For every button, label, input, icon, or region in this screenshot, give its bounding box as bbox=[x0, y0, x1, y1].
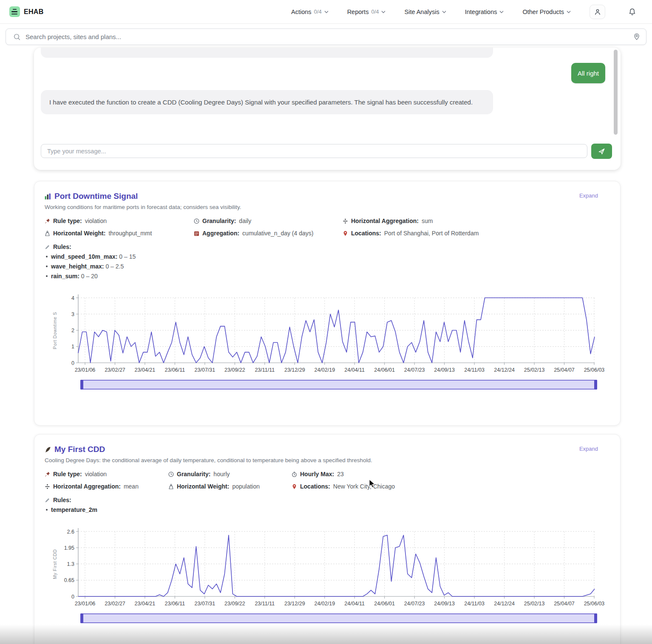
nav-reports-label: Reports bbox=[347, 8, 369, 15]
svg-text:24/09/13: 24/09/13 bbox=[434, 367, 455, 373]
svg-text:25/02/13: 25/02/13 bbox=[524, 367, 545, 373]
svg-text:23/06/11: 23/06/11 bbox=[165, 601, 185, 607]
send-icon bbox=[598, 148, 605, 155]
svg-text:0: 0 bbox=[71, 360, 74, 366]
chat-scrollbar[interactable] bbox=[614, 50, 618, 135]
svg-text:23/01/06: 23/01/06 bbox=[75, 367, 96, 373]
svg-text:23/02/27: 23/02/27 bbox=[105, 601, 125, 607]
rules-header: Rules: bbox=[45, 243, 609, 250]
chart-range-brush[interactable] bbox=[80, 380, 597, 390]
feather-icon bbox=[45, 446, 51, 453]
pencil-icon bbox=[45, 244, 50, 250]
chevron-down-icon bbox=[499, 11, 504, 13]
rule-item: rain_sum: 0 – 20 bbox=[46, 273, 609, 280]
chat-message-input[interactable] bbox=[41, 144, 587, 158]
meta-horizontal-aggregation: Horizontal Aggregation: sum bbox=[343, 217, 609, 224]
signal-card-my-first-cdd: My First CDD Expand Cooling Degree Days:… bbox=[34, 434, 621, 644]
brush-handle-left[interactable] bbox=[80, 380, 83, 390]
brand-name: EHAB bbox=[24, 8, 44, 16]
meta-horizontal-weight: Horizontal Weight: population bbox=[168, 483, 292, 490]
location-filter-button[interactable] bbox=[633, 33, 640, 40]
meta-horizontal-weight: Horizontal Weight: throughput_mmt bbox=[45, 230, 194, 237]
chart-range-brush[interactable] bbox=[80, 613, 597, 623]
chevron-down-icon bbox=[324, 11, 329, 13]
chevron-down-icon bbox=[381, 11, 386, 13]
svg-text:25/02/13: 25/02/13 bbox=[524, 601, 545, 607]
rule-item: wave_height_max: 0 – 2.5 bbox=[46, 263, 609, 270]
svg-text:24/11/03: 24/11/03 bbox=[464, 601, 485, 607]
nav-integrations[interactable]: Integrations bbox=[465, 8, 504, 15]
my-first-cdd-chart: 23/01/0623/02/2723/04/2123/06/1123/07/31… bbox=[51, 518, 609, 611]
card-meta: Rule type: violation Granularity: hourly… bbox=[45, 471, 609, 490]
svg-text:23/07/31: 23/07/31 bbox=[195, 367, 215, 373]
nav-actions[interactable]: Actions 0/4 bbox=[291, 8, 329, 15]
nav-integrations-label: Integrations bbox=[465, 8, 497, 15]
account-button[interactable] bbox=[590, 5, 605, 19]
meta-granularity: Granularity: hourly bbox=[168, 471, 292, 477]
nav-actions-label: Actions bbox=[291, 8, 312, 15]
svg-text:2: 2 bbox=[71, 328, 74, 333]
svg-text:1.3: 1.3 bbox=[67, 561, 74, 567]
svg-text:25/06/03: 25/06/03 bbox=[584, 367, 605, 373]
nav-site-analysis[interactable]: Site Analysis bbox=[404, 8, 446, 15]
svg-text:1.95: 1.95 bbox=[64, 545, 74, 551]
svg-text:25/04/07: 25/04/07 bbox=[554, 601, 575, 607]
svg-text:23/04/21: 23/04/21 bbox=[135, 601, 156, 607]
meta-granularity: Granularity: daily bbox=[194, 217, 343, 224]
expand-link[interactable]: Expand bbox=[579, 446, 598, 452]
global-search bbox=[6, 28, 646, 45]
main-nav: Actions 0/4 Reports 0/4 Site Analysis In… bbox=[291, 5, 644, 19]
nav-reports[interactable]: Reports 0/4 bbox=[347, 8, 386, 15]
clock-icon bbox=[194, 218, 199, 224]
svg-text:24/07/23: 24/07/23 bbox=[404, 601, 425, 607]
calendar-icon bbox=[194, 231, 199, 236]
meta-rule-type: Rule type: violation bbox=[45, 471, 168, 477]
brush-handle-right[interactable] bbox=[594, 380, 597, 390]
rules-header: Rules: bbox=[45, 497, 609, 503]
svg-text:2.6: 2.6 bbox=[67, 529, 74, 535]
signal-card-port-downtime: Port Downtime Signal Expand Working cond… bbox=[34, 181, 621, 426]
card-subtitle: Working conditions for maritime ports in… bbox=[45, 204, 609, 210]
rule-item: temperature_2m bbox=[46, 506, 609, 513]
svg-text:23/09/22: 23/09/22 bbox=[224, 367, 245, 373]
svg-text:23/09/22: 23/09/22 bbox=[224, 601, 245, 607]
chat-assistant-message: I have executed the function to create a… bbox=[41, 90, 493, 114]
meta-aggregation: Aggregation: cumulative_n_day (4 days) bbox=[194, 230, 343, 237]
svg-text:1: 1 bbox=[71, 344, 74, 350]
svg-text:25/04/07: 25/04/07 bbox=[554, 367, 575, 373]
svg-text:23/06/11: 23/06/11 bbox=[165, 367, 185, 373]
brand-logo[interactable]: EHAB bbox=[9, 6, 44, 17]
svg-text:23/11/11: 23/11/11 bbox=[255, 367, 275, 373]
card-meta: Rule type: violation Granularity: daily … bbox=[45, 217, 609, 237]
bar-chart-icon bbox=[45, 193, 51, 200]
svg-text:23/12/29: 23/12/29 bbox=[284, 367, 305, 373]
svg-text:24/12/24: 24/12/24 bbox=[494, 601, 515, 607]
card-title: My First CDD bbox=[54, 445, 105, 454]
svg-text:23/04/21: 23/04/21 bbox=[135, 367, 156, 373]
svg-text:24/11/03: 24/11/03 bbox=[464, 367, 485, 373]
bullet bbox=[46, 275, 48, 277]
expand-link[interactable]: Expand bbox=[579, 192, 598, 199]
svg-text:My First CDD: My First CDD bbox=[52, 549, 57, 579]
search-input[interactable] bbox=[26, 33, 633, 40]
svg-text:0.65: 0.65 bbox=[64, 577, 74, 583]
svg-text:Port Downtime S: Port Downtime S bbox=[52, 312, 57, 349]
svg-text:0: 0 bbox=[71, 594, 74, 600]
stopwatch-icon bbox=[292, 472, 297, 477]
brush-handle-left[interactable] bbox=[80, 613, 83, 623]
nav-other-products[interactable]: Other Products bbox=[522, 8, 571, 15]
bullet bbox=[46, 256, 48, 257]
chat-user-message: All right bbox=[571, 63, 605, 83]
pencil-icon bbox=[45, 497, 50, 503]
scale-weight-icon bbox=[168, 484, 174, 489]
send-message-button[interactable] bbox=[591, 144, 612, 159]
meta-horizontal-aggregation: Horizontal Aggregation: mean bbox=[45, 483, 168, 490]
svg-text:24/12/24: 24/12/24 bbox=[494, 367, 515, 373]
divide-icon bbox=[343, 218, 348, 224]
svg-text:24/04/11: 24/04/11 bbox=[344, 601, 365, 607]
svg-text:25/06/03: 25/06/03 bbox=[584, 601, 605, 607]
notifications-button[interactable] bbox=[626, 6, 638, 18]
meta-rule-type: Rule type: violation bbox=[45, 217, 194, 224]
bell-icon bbox=[629, 8, 636, 16]
brush-handle-right[interactable] bbox=[594, 613, 597, 623]
